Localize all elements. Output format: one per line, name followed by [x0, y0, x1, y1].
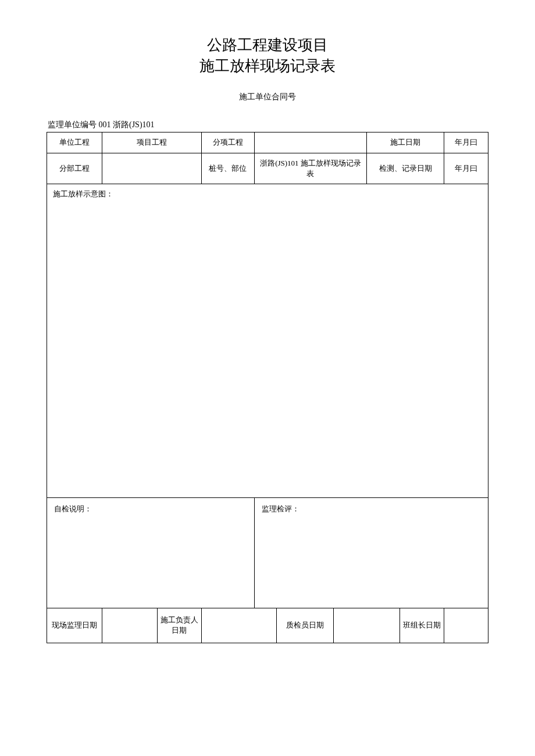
quality-inspector-date-value	[334, 608, 400, 643]
team-leader-date-value	[444, 608, 488, 643]
quality-inspector-date-label: 质检员日期	[276, 608, 334, 643]
header-row-2: 分部工程 桩号、部位 浙路(JS)101 施工放样现场记录表 检测、记录日期 年…	[47, 153, 488, 184]
supervision-check-cell: 监理检评：	[254, 497, 488, 608]
cell-construction-date-value: 年月曰	[444, 132, 488, 153]
comment-row: 自检说明： 监理检评：	[47, 497, 488, 608]
cell-project-engineering-label: 项目工程	[102, 132, 201, 153]
signature-row: 现场监理日期 施工负责人日期 质检员日期 班组长日期	[47, 608, 488, 643]
record-table: 单位工程 项目工程 分项工程 施工日期 年月曰 分部工程 桩号、部位 浙路(JS…	[47, 132, 488, 643]
subtitle: 施工单位合同号	[47, 92, 488, 102]
header-row-1: 单位工程 项目工程 分项工程 施工日期 年月曰	[47, 132, 488, 153]
diagram-cell: 施工放样示意图：	[47, 184, 488, 497]
site-supervision-date-label: 现场监理日期	[47, 608, 102, 643]
cell-construction-date-label: 施工日期	[367, 132, 444, 153]
cell-inspection-date-label: 检测、记录日期	[367, 153, 444, 184]
title-line-1: 公路工程建设项目	[47, 35, 488, 56]
document-title-block: 公路工程建设项目 施工放样现场记录表	[47, 35, 488, 77]
title-line-2: 施工放样现场记录表	[47, 56, 488, 77]
construction-lead-date-label: 施工负责人日期	[157, 608, 201, 643]
diagram-row: 施工放样示意图：	[47, 184, 488, 497]
construction-lead-date-value	[201, 608, 276, 643]
site-supervision-date-value	[102, 608, 157, 643]
cell-subitem-project-label: 分项工程	[201, 132, 254, 153]
cell-pile-position-value: 浙路(JS)101 施工放样现场记录表	[254, 153, 367, 184]
cell-pile-position-label: 桩号、部位	[201, 153, 254, 184]
self-check-cell: 自检说明：	[47, 497, 255, 608]
cell-subitem-project-value	[254, 132, 367, 153]
cell-subpart-project-value	[102, 153, 201, 184]
team-leader-date-label: 班组长日期	[400, 608, 444, 643]
cell-inspection-date-value: 年月曰	[444, 153, 488, 184]
pre-table-line: 监理单位编号 001 浙路(JS)101	[47, 120, 488, 130]
cell-subpart-project-label: 分部工程	[47, 153, 102, 184]
cell-unit-project-label: 单位工程	[47, 132, 102, 153]
